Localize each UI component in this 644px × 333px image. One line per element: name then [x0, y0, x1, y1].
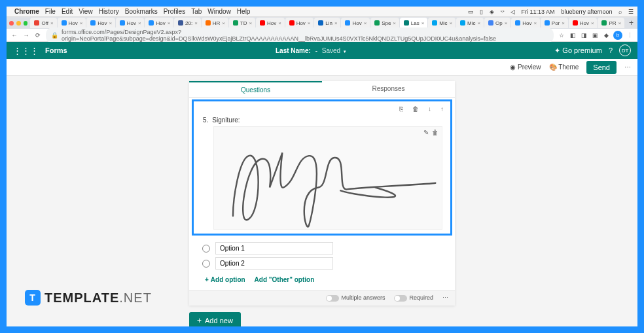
browser-tab[interactable]: Por× [541, 18, 568, 28]
option-input[interactable]: Option 1 [215, 242, 333, 254]
tab-close-icon[interactable]: × [533, 20, 537, 26]
menu-tab[interactable]: Tab [191, 8, 202, 15]
browser-tab[interactable]: Hov× [116, 18, 145, 28]
tab-close-icon[interactable]: × [80, 20, 83, 26]
trash-icon[interactable]: 🗑 [412, 105, 419, 113]
browser-tab[interactable]: TD× [229, 18, 255, 28]
forms-brand[interactable]: Forms [45, 46, 67, 54]
menu-bookmarks[interactable]: Bookmarks [125, 8, 158, 15]
multiple-answers-toggle[interactable]: Multiple answers [326, 294, 385, 302]
new-tab-button[interactable]: + [625, 18, 637, 27]
add-other-option-button[interactable]: Add "Other" option [255, 276, 315, 283]
browser-tab[interactable]: Hov× [285, 18, 314, 28]
add-option-button[interactable]: +Add option [205, 276, 245, 283]
tab-close-icon[interactable]: × [168, 20, 171, 26]
window-zoom-icon[interactable] [24, 21, 28, 26]
star-icon[interactable]: ☆ [558, 32, 565, 39]
delete-signature-icon[interactable]: 🗑 [432, 129, 438, 136]
tab-close-icon[interactable]: × [278, 20, 281, 26]
tab-close-icon[interactable]: × [393, 20, 396, 26]
menu-window[interactable]: Window [207, 8, 231, 15]
tab-close-icon[interactable]: × [591, 20, 594, 26]
extension-icon4[interactable]: ◆ [602, 32, 610, 39]
tab-close-icon[interactable]: × [364, 20, 367, 26]
browser-tab[interactable]: Spe× [370, 18, 399, 28]
extension-icon[interactable]: ◧ [569, 32, 577, 39]
tab-close-icon[interactable]: × [562, 20, 565, 26]
question-title[interactable]: Signiture: [212, 116, 240, 124]
extension-icon2[interactable]: ◨ [580, 32, 588, 39]
extension-icon3[interactable]: ▣ [591, 32, 599, 39]
menu-help[interactable]: Help [237, 8, 251, 15]
signature-canvas[interactable]: ✎ 🗑 [213, 126, 442, 230]
menu-profiles[interactable]: Profiles [164, 8, 185, 15]
tab-close-icon[interactable]: × [50, 20, 54, 26]
tab-close-icon[interactable]: × [478, 20, 481, 26]
help-icon[interactable]: ? [609, 46, 613, 54]
tab-close-icon[interactable]: × [618, 20, 622, 26]
control-center-icon[interactable]: ☰ [628, 9, 634, 15]
menu-history[interactable]: History [99, 8, 119, 15]
tab-close-icon[interactable]: × [334, 20, 338, 26]
menu-file[interactable]: File [45, 8, 56, 15]
move-up-icon[interactable]: ↑ [440, 105, 444, 113]
browser-tab[interactable]: Hov× [341, 18, 370, 28]
search-icon[interactable]: ⌕ [618, 9, 622, 15]
browser-tab[interactable]: Op× [484, 18, 510, 28]
theme-button[interactable]: 🎨 Theme [549, 63, 579, 71]
tab-close-icon[interactable]: × [450, 20, 453, 26]
tab-questions[interactable]: Questions [189, 81, 322, 97]
forward-icon[interactable]: → [22, 32, 30, 39]
menu-edit[interactable]: Edit [62, 8, 73, 15]
menu-icon[interactable]: ⋮ [626, 32, 634, 39]
form-title-label[interactable]: Last Name: [276, 47, 311, 54]
option-input[interactable]: Option 2 [215, 257, 333, 270]
radio-icon[interactable] [202, 260, 210, 268]
browser-tab[interactable]: Hov× [58, 18, 86, 28]
pencil-icon[interactable]: ✎ [423, 129, 429, 136]
browser-tab[interactable]: Lin× [314, 18, 340, 28]
chevron-down-icon[interactable]: ▾ [344, 49, 346, 54]
tab-close-icon[interactable]: × [138, 20, 141, 26]
browser-tab[interactable]: Hov× [569, 18, 598, 28]
window-close-icon[interactable] [9, 21, 14, 26]
profile-icon[interactable]: b [613, 31, 622, 40]
browser-tab[interactable]: Mic× [428, 18, 456, 28]
browser-tab[interactable]: Las× [400, 18, 427, 28]
more-icon[interactable]: ⋯ [624, 63, 631, 71]
reload-icon[interactable]: ⟳ [34, 32, 42, 39]
browser-tab[interactable]: Hov× [256, 18, 285, 28]
tab-close-icon[interactable]: × [308, 20, 311, 26]
browser-tab[interactable]: Off× [30, 18, 56, 28]
avatar[interactable]: DT [619, 44, 631, 56]
go-premium-link[interactable]: ✦ Go premium [554, 46, 602, 55]
add-new-button[interactable]: +Add new [189, 312, 241, 326]
window-minimize-icon[interactable] [16, 21, 21, 26]
back-icon[interactable]: ← [10, 32, 18, 39]
browser-tab[interactable]: Hov× [511, 18, 540, 28]
tab-responses[interactable]: Responses [322, 81, 455, 97]
menu-view[interactable]: View [79, 8, 93, 15]
required-toggle[interactable]: Required [394, 294, 433, 302]
tab-close-icon[interactable]: × [249, 20, 252, 26]
url-input[interactable]: 🔒 forms.office.com/Pages/DesignPageV2.as… [46, 27, 554, 43]
browser-tab[interactable]: 20:× [174, 18, 201, 28]
tab-close-icon[interactable]: × [222, 20, 225, 26]
tab-close-icon[interactable]: × [109, 20, 112, 26]
send-button[interactable]: Send [586, 61, 617, 74]
copy-icon[interactable]: ⎘ [399, 105, 403, 113]
tab-close-icon[interactable]: × [505, 20, 508, 26]
browser-tab[interactable]: Hov× [145, 18, 173, 28]
preview-button[interactable]: ◉ Preview [510, 63, 541, 71]
tab-close-icon[interactable]: × [194, 20, 198, 26]
browser-tab[interactable]: PR× [598, 18, 624, 28]
radio-icon[interactable] [202, 245, 210, 253]
question-more-icon[interactable]: ⋯ [442, 294, 448, 301]
move-down-icon[interactable]: ↓ [428, 105, 431, 113]
menu-app[interactable]: Chrome [14, 8, 39, 15]
waffle-icon[interactable]: ⋮⋮⋮ [13, 46, 39, 56]
browser-tab[interactable]: HR× [202, 18, 228, 28]
browser-tab[interactable]: Mic× [456, 18, 484, 28]
tab-close-icon[interactable]: × [421, 20, 425, 26]
browser-tab[interactable]: Hov× [86, 18, 115, 28]
